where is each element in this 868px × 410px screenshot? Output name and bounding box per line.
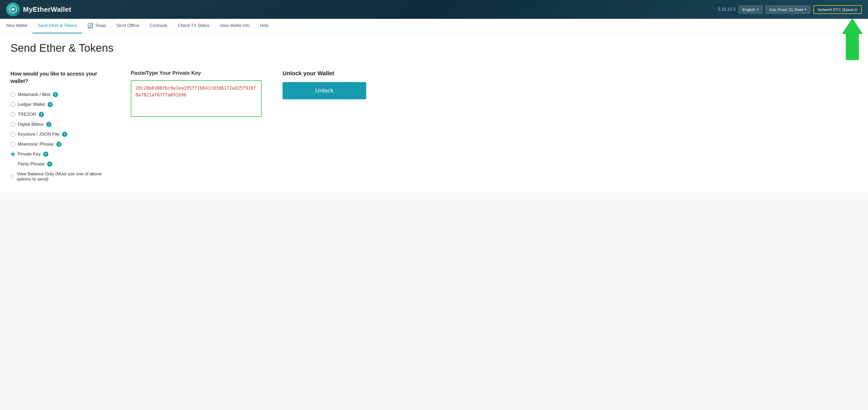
arrow-indicator [842, 18, 863, 60]
private-key-help-icon[interactable]: ? [43, 151, 49, 157]
app-title: MyEtherWallet [23, 5, 71, 13]
option-mnemonic[interactable]: Mnemonic Phrase ? [10, 142, 110, 147]
option-trezor[interactable]: TREZOR ? [10, 112, 110, 117]
keystore-help-icon[interactable]: ? [62, 132, 67, 137]
header: MyEtherWallet 3.10.10.3 English Gas Pric… [0, 0, 868, 19]
option-metamask[interactable]: Metamask / Mist ? [10, 92, 110, 97]
nav-send-offline[interactable]: Send Offline [111, 19, 145, 33]
wallet-access-panel: How would you like to access your wallet… [10, 70, 110, 182]
unlock-panel: Unlock your Wallet Unlock [282, 70, 858, 182]
option-digital-bitbox[interactable]: Digital Bitbox ? [10, 122, 110, 127]
private-key-input[interactable]: 20c28b6386fbc8a1ea195ff1b641c03d6172ad25… [131, 80, 261, 117]
option-ledger[interactable]: Ledger Wallet ? [10, 102, 110, 107]
swap-icon: 🔄 [87, 23, 93, 29]
language-selector[interactable]: English [739, 5, 762, 13]
network-selector[interactable]: Network ETC (Epool.io [813, 5, 862, 14]
main-content: How would you like to access your wallet… [0, 60, 868, 192]
logo-icon [6, 3, 20, 16]
unlock-heading: Unlock your Wallet [282, 70, 858, 77]
page-title: Send Ether & Tokens [10, 42, 858, 54]
nav-help[interactable]: Help [255, 19, 274, 33]
nav-swap[interactable]: 🔄 Swap [82, 19, 111, 33]
nav-check-tx[interactable]: Check TX Status [173, 19, 215, 33]
gas-price-selector[interactable]: Gas Price: 21 Gwei [766, 5, 810, 13]
private-key-label: Paste/Type Your Private Key [131, 70, 261, 76]
main-nav: New Wallet Send Ether & Tokens 🔄 Swap Se… [0, 19, 868, 33]
access-heading: How would you like to access your wallet… [10, 70, 110, 85]
sub-parity: Parity Phrase ? [18, 162, 110, 167]
logo-area: MyEtherWallet [6, 3, 71, 16]
option-view-balance[interactable]: View Balance Only (Must use one of above… [10, 171, 110, 182]
metamask-help-icon[interactable]: ? [53, 92, 58, 97]
nav-send-ether[interactable]: Send Ether & Tokens [32, 19, 82, 33]
option-keystore[interactable]: Keystore / JSON File ? [10, 132, 110, 137]
svg-point-1 [12, 8, 14, 10]
option-private-key[interactable]: Private Key ? [10, 151, 110, 157]
nav-contracts[interactable]: Contracts [145, 19, 173, 33]
parity-help-icon[interactable]: ? [47, 162, 52, 167]
digital-bitbox-help-icon[interactable]: ? [46, 122, 52, 127]
ledger-help-icon[interactable]: ? [48, 102, 53, 107]
trezor-help-icon[interactable]: ? [39, 112, 44, 117]
private-key-panel: Paste/Type Your Private Key 20c28b6386fb… [131, 70, 261, 182]
mnemonic-help-icon[interactable]: ? [56, 142, 61, 147]
access-options: Metamask / Mist ? Ledger Wallet ? TREZOR… [10, 92, 110, 182]
nav-view-wallet[interactable]: View Wallet Info [215, 19, 255, 33]
version-label: 3.10.10.3 [718, 7, 735, 12]
nav-new-wallet[interactable]: New Wallet [6, 19, 32, 33]
header-controls: 3.10.10.3 English Gas Price: 21 Gwei Net… [718, 5, 862, 14]
page-title-area: Send Ether & Tokens [0, 33, 868, 60]
unlock-button[interactable]: Unlock [282, 82, 366, 99]
